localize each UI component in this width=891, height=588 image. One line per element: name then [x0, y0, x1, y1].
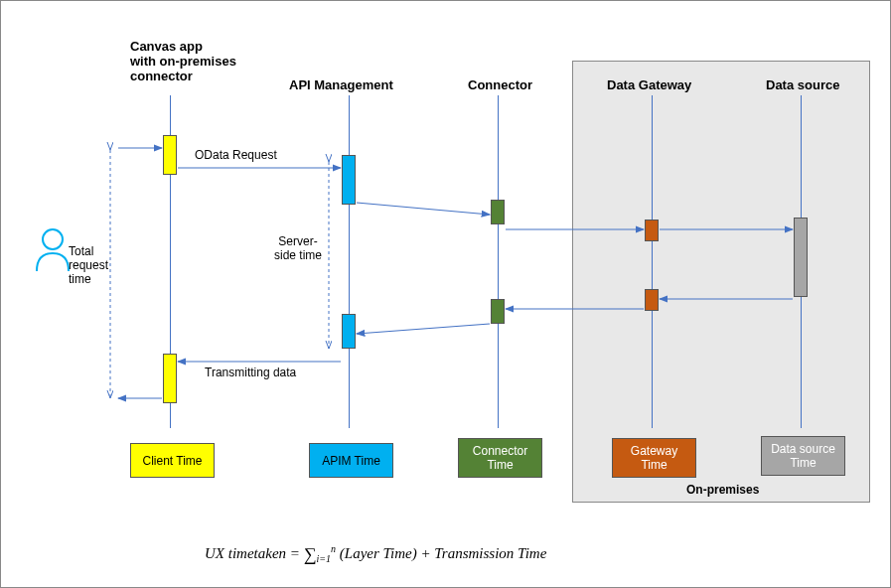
label-total-request: Total request time — [69, 244, 108, 286]
formula-sup: n — [331, 543, 336, 554]
header-datasource: Data source — [766, 77, 839, 92]
label-transmitting: Transmitting data — [205, 366, 296, 379]
header-canvas: Canvas app with on-premises connector — [130, 39, 259, 83]
label-server-side: Server- side time — [274, 234, 322, 262]
act-gateway-bottom — [645, 289, 659, 311]
header-connector: Connector — [468, 77, 532, 92]
label-onpremises: On-premises — [686, 483, 759, 497]
label-odata: OData Request — [195, 148, 277, 162]
legend-apim: APIM Time — [309, 443, 393, 478]
act-gateway-top — [645, 220, 659, 241]
svg-line-3 — [357, 203, 490, 215]
formula-right: (Layer Time) + Transmission Time — [340, 545, 546, 561]
diagram-canvas: Canvas app with on-premises connector AP… — [0, 0, 891, 588]
header-apim: API Management — [289, 77, 393, 92]
svg-line-8 — [357, 324, 490, 334]
formula: UX timetaken = ∑i=1n (Layer Time) + Tran… — [205, 542, 546, 564]
act-apim-top — [342, 155, 356, 205]
act-client-top — [163, 135, 177, 175]
act-client-bottom — [163, 354, 177, 403]
formula-sub: i=1 — [317, 553, 332, 564]
lifeline-connector — [498, 95, 499, 428]
legend-connector: Connector Time — [458, 438, 542, 478]
sigma-symbol: ∑ — [304, 544, 317, 564]
lifeline-gateway — [652, 95, 653, 428]
act-connector-bottom — [491, 299, 505, 324]
act-connector-top — [491, 200, 505, 224]
header-gateway: Data Gateway — [607, 77, 691, 92]
act-datasource — [794, 218, 808, 297]
lifeline-apim — [349, 95, 350, 428]
legend-client: Client Time — [130, 443, 215, 478]
user-icon — [37, 229, 69, 271]
legend-gateway: Gateway Time — [612, 438, 696, 478]
svg-point-0 — [43, 229, 63, 249]
act-apim-bottom — [342, 314, 356, 349]
formula-left: UX timetaken = — [205, 545, 304, 561]
legend-datasource: Data source Time — [761, 436, 845, 476]
